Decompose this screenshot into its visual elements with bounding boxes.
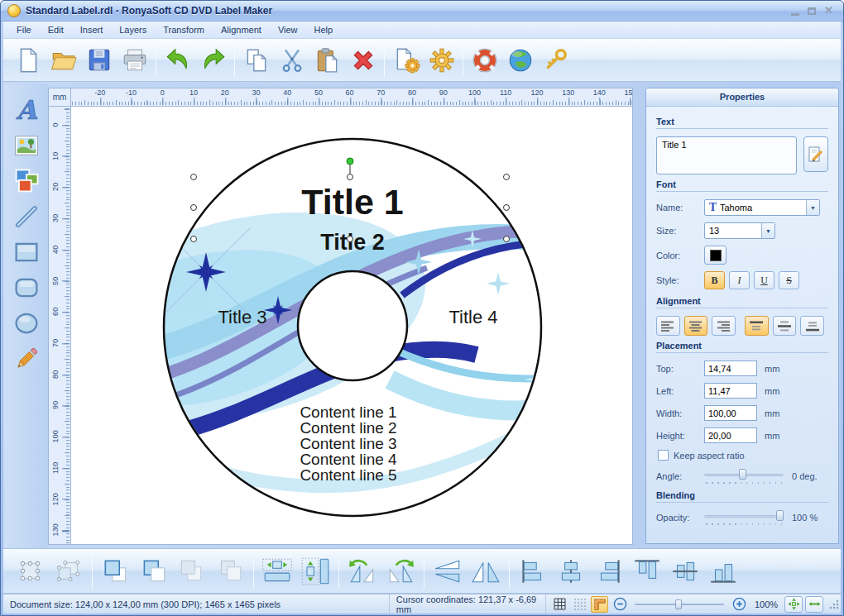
menu-item[interactable]: Transform <box>155 22 213 37</box>
close-button[interactable]: ✕ <box>824 7 833 15</box>
text-tool-button[interactable]: A <box>9 93 44 127</box>
align-text-bottom-button[interactable] <box>800 316 824 336</box>
align-left-button[interactable] <box>514 552 552 590</box>
bold-button[interactable]: B <box>704 271 725 289</box>
dots-grid-toggle-button[interactable] <box>571 596 588 613</box>
menu-item[interactable]: Help <box>306 22 342 37</box>
label-title4[interactable]: Title 4 <box>448 307 497 327</box>
menu-item[interactable]: Layers <box>111 22 155 37</box>
save-button[interactable] <box>81 42 117 78</box>
label-content-line[interactable]: Content line 3 <box>300 435 396 452</box>
align-text-center-button[interactable] <box>684 316 708 336</box>
edit-text-button[interactable] <box>803 136 828 172</box>
rounded-rectangle-tool-button[interactable] <box>9 271 44 304</box>
angle-slider[interactable] <box>704 469 784 484</box>
flip-vertical-button[interactable] <box>429 552 467 590</box>
opacity-slider-thumb[interactable] <box>776 510 784 521</box>
menu-item[interactable]: Edit <box>40 22 72 37</box>
rotate-left-button[interactable] <box>343 552 381 590</box>
resize-handle[interactable] <box>504 236 510 242</box>
fit-width-button[interactable] <box>805 596 823 613</box>
bring-to-front-button[interactable] <box>97 552 135 590</box>
menu-item[interactable]: Insert <box>72 22 112 37</box>
send-backward-button[interactable] <box>211 552 249 590</box>
label-content-line[interactable]: Content line 2 <box>300 419 396 437</box>
label-content-line[interactable]: Content line 1 <box>300 404 396 421</box>
resize-handle[interactable] <box>504 174 510 180</box>
send-to-back-button[interactable] <box>135 552 173 590</box>
delete-button[interactable] <box>345 42 381 78</box>
copy-button[interactable] <box>238 42 274 78</box>
width-input[interactable] <box>704 405 757 421</box>
select-object-button[interactable] <box>12 552 50 590</box>
opacity-slider[interactable] <box>704 510 784 525</box>
resize-handle[interactable] <box>191 236 197 242</box>
resize-handle[interactable] <box>348 236 353 242</box>
ellipse-tool-button[interactable] <box>9 307 44 340</box>
align-top-button[interactable] <box>628 552 666 590</box>
resize-handle[interactable] <box>348 174 353 180</box>
top-input[interactable] <box>704 361 757 376</box>
zoom-slider[interactable] <box>635 598 724 611</box>
page-settings-button[interactable] <box>388 42 424 78</box>
align-text-middle-button[interactable] <box>773 316 797 336</box>
redo-button[interactable] <box>195 42 231 78</box>
open-button[interactable] <box>46 42 81 78</box>
zoom-in-button[interactable] <box>730 596 748 613</box>
maximize-button[interactable] <box>808 7 816 15</box>
clipart-tool-button[interactable] <box>9 165 44 198</box>
rectangle-tool-button[interactable] <box>9 236 44 269</box>
align-middle-button[interactable] <box>666 552 704 590</box>
print-button[interactable] <box>117 42 152 78</box>
rotate-handle[interactable] <box>347 158 353 165</box>
label-content-line[interactable]: Content line 5 <box>300 466 396 484</box>
help-button[interactable] <box>467 42 502 78</box>
align-text-right-button[interactable] <box>712 316 736 336</box>
align-text-top-button[interactable] <box>745 316 769 336</box>
dropdown-arrow-icon[interactable]: ▼ <box>806 200 819 215</box>
label-title2[interactable]: Title 2 <box>320 230 385 255</box>
zoom-slider-thumb[interactable] <box>675 599 682 609</box>
zoom-out-button[interactable] <box>611 596 629 613</box>
image-tool-button[interactable] <box>9 129 44 162</box>
label-title3[interactable]: Title 3 <box>218 307 266 327</box>
select-multiple-button[interactable] <box>50 552 88 590</box>
rulers-toggle-button[interactable] <box>591 596 608 613</box>
undo-button[interactable] <box>160 42 195 78</box>
italic-button[interactable]: I <box>729 271 750 289</box>
flip-horizontal-button[interactable] <box>467 552 505 590</box>
cut-button[interactable] <box>274 42 309 78</box>
new-button[interactable] <box>10 42 46 78</box>
font-name-select[interactable]: TTahoma ▼ <box>704 199 820 216</box>
minimize-button[interactable] <box>791 13 799 16</box>
underline-button[interactable]: U <box>754 271 774 289</box>
dropdown-arrow-icon[interactable]: ▼ <box>761 223 774 238</box>
keep-aspect-ratio-checkbox[interactable] <box>658 450 669 461</box>
resize-handle[interactable] <box>191 205 197 211</box>
font-color-button[interactable] <box>704 246 727 265</box>
grid-toggle-button[interactable] <box>551 596 568 613</box>
same-height-button[interactable] <box>296 552 334 590</box>
menu-item[interactable]: View <box>270 22 306 37</box>
same-width-button[interactable] <box>258 552 296 590</box>
angle-slider-thumb[interactable] <box>739 469 746 480</box>
settings-button[interactable] <box>424 42 459 78</box>
align-bottom-button[interactable] <box>704 552 742 590</box>
paste-button[interactable] <box>309 42 345 78</box>
bring-forward-button[interactable] <box>173 552 211 590</box>
line-tool-button[interactable] <box>9 200 44 233</box>
height-input[interactable] <box>704 427 757 443</box>
menu-item[interactable]: Alignment <box>213 22 270 37</box>
resize-grip[interactable] <box>829 599 839 609</box>
align-center-button[interactable] <box>552 552 590 590</box>
align-text-left-button[interactable] <box>656 316 680 336</box>
fit-page-button[interactable] <box>784 596 803 613</box>
align-right-button[interactable] <box>590 552 628 590</box>
pencil-tool-button[interactable] <box>9 342 44 375</box>
font-size-select[interactable]: 13 ▼ <box>704 222 775 239</box>
label-content-line[interactable]: Content line 4 <box>300 451 397 468</box>
resize-handle[interactable] <box>191 174 197 180</box>
register-key-button[interactable] <box>538 42 573 78</box>
left-input[interactable] <box>704 383 757 399</box>
strikethrough-button[interactable]: S <box>779 271 799 289</box>
